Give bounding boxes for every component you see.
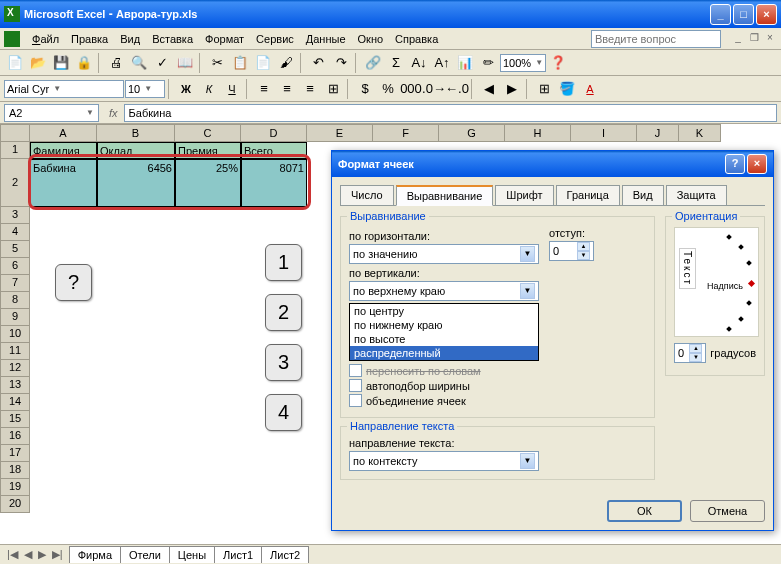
row-header-18[interactable]: 18: [0, 462, 30, 479]
align-left-icon[interactable]: ≡: [253, 78, 275, 100]
col-header-g[interactable]: G: [439, 124, 505, 142]
col-header-c[interactable]: C: [175, 124, 241, 142]
row-header-8[interactable]: 8: [0, 292, 30, 309]
sort-asc-icon[interactable]: A↓: [408, 52, 430, 74]
undo-icon[interactable]: ↶: [307, 52, 329, 74]
font-size-combo[interactable]: 10▼: [125, 80, 165, 98]
merge-icon[interactable]: ⊞: [322, 78, 344, 100]
cell-a2[interactable]: Бабкина: [30, 159, 97, 207]
redo-icon[interactable]: ↷: [330, 52, 352, 74]
text-direction-combo[interactable]: по контексту▼: [349, 451, 539, 471]
permission-icon[interactable]: 🔒: [73, 52, 95, 74]
row-header-17[interactable]: 17: [0, 445, 30, 462]
font-color-icon[interactable]: A: [579, 78, 601, 100]
preview-icon[interactable]: 🔍: [128, 52, 150, 74]
col-header-k[interactable]: K: [679, 124, 721, 142]
row-header-2[interactable]: 2: [0, 159, 30, 207]
cell-b1[interactable]: Оклад: [97, 142, 175, 159]
cell-c2[interactable]: 25%: [175, 159, 241, 207]
menu-insert[interactable]: Вставка: [146, 31, 199, 47]
tab-border[interactable]: Граница: [556, 185, 620, 205]
cancel-button[interactable]: Отмена: [690, 500, 765, 522]
underline-icon[interactable]: Ч: [221, 78, 243, 100]
menu-window[interactable]: Окно: [352, 31, 390, 47]
paste-icon[interactable]: 📄: [252, 52, 274, 74]
currency-icon[interactable]: $: [354, 78, 376, 100]
row-header-19[interactable]: 19: [0, 479, 30, 496]
sheet-tab-отели[interactable]: Отели: [120, 546, 170, 563]
vert-option-center[interactable]: по центру: [350, 304, 538, 318]
merge-checkbox[interactable]: [349, 394, 362, 407]
doc-restore-button[interactable]: ❐: [747, 32, 761, 46]
col-header-e[interactable]: E: [307, 124, 373, 142]
tab-alignment[interactable]: Выравнивание: [396, 185, 494, 206]
row-header-20[interactable]: 20: [0, 496, 30, 513]
sort-desc-icon[interactable]: A↑: [431, 52, 453, 74]
menu-file[interactable]: Файл: [26, 31, 65, 47]
col-header-b[interactable]: B: [97, 124, 175, 142]
vertical-align-combo[interactable]: по верхнему краю▼: [349, 281, 539, 301]
ok-button[interactable]: ОК: [607, 500, 682, 522]
tab-number[interactable]: Число: [340, 185, 394, 205]
cell-c1[interactable]: Премия: [175, 142, 241, 159]
save-icon[interactable]: 💾: [50, 52, 72, 74]
dialog-help-button[interactable]: ?: [725, 154, 745, 174]
row-header-9[interactable]: 9: [0, 309, 30, 326]
maximize-button[interactable]: □: [733, 4, 754, 25]
row-header-6[interactable]: 6: [0, 258, 30, 275]
help-icon[interactable]: ❓: [547, 52, 569, 74]
format-painter-icon[interactable]: 🖌: [275, 52, 297, 74]
name-box[interactable]: A2▼: [4, 104, 99, 122]
vert-option-bottom[interactable]: по нижнему краю: [350, 318, 538, 332]
print-icon[interactable]: 🖨: [105, 52, 127, 74]
menu-data[interactable]: Данные: [300, 31, 352, 47]
close-button[interactable]: ×: [756, 4, 777, 25]
increase-indent-icon[interactable]: ▶: [501, 78, 523, 100]
open-icon[interactable]: 📂: [27, 52, 49, 74]
spell-icon[interactable]: ✓: [151, 52, 173, 74]
sheet-tab-цены[interactable]: Цены: [169, 546, 215, 563]
row-header-1[interactable]: 1: [0, 142, 30, 159]
font-name-combo[interactable]: Arial Cyr▼: [4, 80, 124, 98]
doc-minimize-button[interactable]: _: [731, 32, 745, 46]
comma-icon[interactable]: 000: [400, 78, 422, 100]
orientation-preview[interactable]: Текст Надпись: [674, 227, 759, 337]
fill-color-icon[interactable]: 🪣: [556, 78, 578, 100]
cell-b2[interactable]: 6456: [97, 159, 175, 207]
dialog-close-button[interactable]: ×: [747, 154, 767, 174]
decrease-indent-icon[interactable]: ◀: [478, 78, 500, 100]
menu-help[interactable]: Справка: [389, 31, 444, 47]
new-icon[interactable]: 📄: [4, 52, 26, 74]
autosum-icon[interactable]: Σ: [385, 52, 407, 74]
cut-icon[interactable]: ✂: [206, 52, 228, 74]
copy-icon[interactable]: 📋: [229, 52, 251, 74]
indent-spinner[interactable]: 0▲▼: [549, 241, 594, 261]
align-center-icon[interactable]: ≡: [276, 78, 298, 100]
tab-fill[interactable]: Вид: [622, 185, 664, 205]
row-header-5[interactable]: 5: [0, 241, 30, 258]
bold-icon[interactable]: Ж: [175, 78, 197, 100]
dialog-titlebar[interactable]: Формат ячеек ? ×: [332, 151, 773, 177]
doc-close-button[interactable]: ×: [763, 32, 777, 46]
orientation-dial[interactable]: Надпись: [705, 233, 755, 333]
question-input[interactable]: [591, 30, 721, 48]
doc-icon[interactable]: [4, 31, 20, 47]
sheet-tab-фирма[interactable]: Фирма: [69, 546, 121, 563]
col-header-i[interactable]: I: [571, 124, 637, 142]
degrees-spinner[interactable]: 0▲▼: [674, 343, 706, 363]
row-header-12[interactable]: 12: [0, 360, 30, 377]
col-header-f[interactable]: F: [373, 124, 439, 142]
wrap-checkbox[interactable]: [349, 364, 362, 377]
sheet-tab-лист2[interactable]: Лист2: [261, 546, 309, 563]
row-header-10[interactable]: 10: [0, 326, 30, 343]
cell-a1[interactable]: Фамилия: [30, 142, 97, 159]
select-all-corner[interactable]: [0, 124, 30, 142]
menu-edit[interactable]: Правка: [65, 31, 114, 47]
tab-font[interactable]: Шрифт: [495, 185, 553, 205]
menu-view[interactable]: Вид: [114, 31, 146, 47]
decrease-decimal-icon[interactable]: ←.0: [446, 78, 468, 100]
row-header-13[interactable]: 13: [0, 377, 30, 394]
borders-icon[interactable]: ⊞: [533, 78, 555, 100]
col-header-j[interactable]: J: [637, 124, 679, 142]
row-header-14[interactable]: 14: [0, 394, 30, 411]
